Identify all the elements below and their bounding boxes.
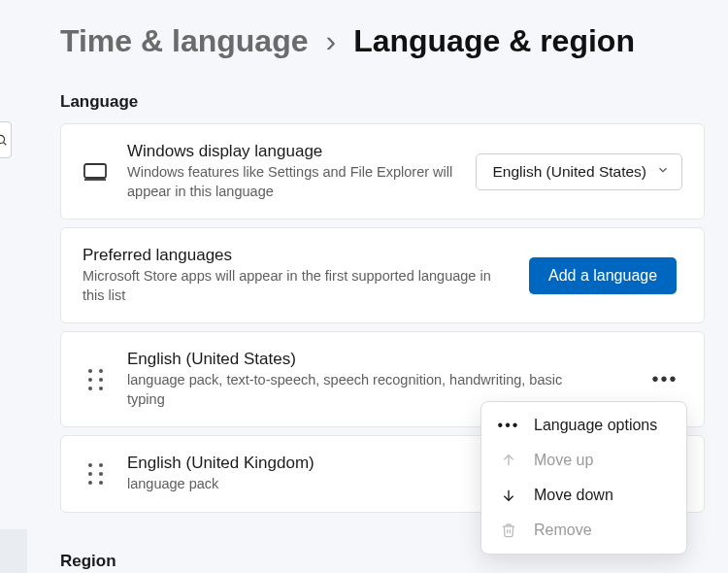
menu-remove: Remove <box>481 513 686 548</box>
display-language-select[interactable]: English (United States) <box>476 153 682 190</box>
display-language-title: Windows display language <box>127 142 456 161</box>
chevron-right-icon: › <box>325 23 336 59</box>
language-name: English (United States) <box>127 350 628 369</box>
more-icon: ••• <box>651 368 678 390</box>
menu-label: Move up <box>534 452 593 469</box>
menu-language-options[interactable]: ••• Language options <box>481 408 686 443</box>
breadcrumb-current: Language & region <box>353 23 635 59</box>
preferred-languages-title: Preferred languages <box>83 246 510 265</box>
svg-point-0 <box>0 135 5 143</box>
menu-label: Language options <box>534 417 657 434</box>
trash-icon <box>499 522 518 538</box>
menu-label: Remove <box>534 522 592 539</box>
drag-handle-icon[interactable] <box>88 369 103 390</box>
section-label-language: Language <box>0 59 728 123</box>
display-icon <box>83 163 108 181</box>
card-display-language: Windows display language Windows feature… <box>60 123 705 219</box>
chevron-down-icon <box>656 163 670 181</box>
menu-move-up: Move up <box>481 443 686 478</box>
arrow-up-icon <box>499 453 518 468</box>
preferred-languages-desc: Microsoft Store apps will appear in the … <box>83 267 510 305</box>
breadcrumb-parent[interactable]: Time & language <box>60 23 308 59</box>
svg-line-1 <box>4 143 7 146</box>
nav-stub <box>0 529 27 573</box>
display-language-selected: English (United States) <box>492 163 646 181</box>
card-preferred-header: Preferred languages Microsoft Store apps… <box>60 227 705 323</box>
svg-rect-2 <box>84 164 106 178</box>
menu-move-down[interactable]: Move down <box>481 478 686 513</box>
arrow-down-icon <box>499 488 518 503</box>
add-language-button[interactable]: Add a language <box>529 257 677 294</box>
more-icon: ••• <box>499 417 518 434</box>
language-context-menu: ••• Language options Move up Move down R… <box>480 401 687 555</box>
search-input-stub[interactable] <box>0 121 12 158</box>
more-options-button[interactable]: ••• <box>647 362 682 397</box>
breadcrumb: Time & language › Language & region <box>0 0 728 59</box>
drag-handle-icon[interactable] <box>88 463 103 485</box>
language-features: language pack <box>127 475 515 494</box>
menu-label: Move down <box>534 487 613 504</box>
search-icon <box>0 133 8 147</box>
display-language-desc: Windows features like Settings and File … <box>127 163 456 201</box>
